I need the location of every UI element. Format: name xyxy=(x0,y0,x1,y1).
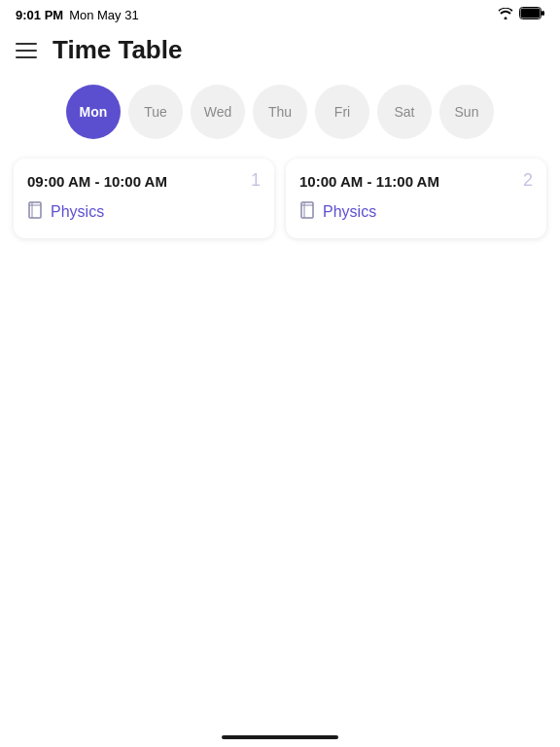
home-indicator xyxy=(222,735,338,739)
card-subject-row-2: Physics xyxy=(299,201,533,223)
header: Time Table xyxy=(0,27,560,73)
day-button-tue[interactable]: Tue xyxy=(128,85,183,139)
book-icon-2 xyxy=(299,201,315,223)
status-date: Mon May 31 xyxy=(69,8,139,22)
schedule-card-2[interactable]: 210:00 AM - 11:00 AM Physics xyxy=(286,159,546,238)
day-button-mon[interactable]: Mon xyxy=(66,85,121,139)
day-button-wed[interactable]: Wed xyxy=(191,85,245,139)
day-button-sun[interactable]: Sun xyxy=(439,85,494,139)
card-number-1: 1 xyxy=(251,170,261,191)
card-time-2: 10:00 AM - 11:00 AM xyxy=(299,172,533,192)
status-time: 9:01 PM xyxy=(16,8,63,22)
menu-line-3 xyxy=(16,56,37,58)
svg-rect-1 xyxy=(521,9,541,18)
card-number-2: 2 xyxy=(523,170,533,191)
day-button-sat[interactable]: Sat xyxy=(377,85,432,139)
svg-rect-3 xyxy=(29,202,41,218)
menu-button[interactable] xyxy=(16,43,37,58)
subject-name-1: Physics xyxy=(51,203,104,221)
battery-icon xyxy=(519,7,544,22)
day-button-fri[interactable]: Fri xyxy=(315,85,369,139)
svg-rect-6 xyxy=(301,202,313,218)
wifi-icon xyxy=(498,8,513,22)
card-subject-row-1: Physics xyxy=(27,201,261,223)
subject-name-2: Physics xyxy=(323,203,376,221)
day-button-thu[interactable]: Thu xyxy=(253,85,307,139)
page-title: Time Table xyxy=(52,35,182,65)
card-time-1: 09:00 AM - 10:00 AM xyxy=(27,172,261,192)
day-selector: MonTueWedThuFriSatSun xyxy=(0,73,560,159)
schedule-card-1[interactable]: 109:00 AM - 10:00 AM Physics xyxy=(14,159,274,238)
book-icon-1 xyxy=(27,201,43,223)
menu-line-1 xyxy=(16,43,37,45)
status-bar: 9:01 PM Mon May 31 xyxy=(0,0,560,27)
schedule-grid: 109:00 AM - 10:00 AM Physics210:00 AM - … xyxy=(0,159,560,238)
status-right xyxy=(498,7,544,22)
svg-rect-2 xyxy=(542,11,544,16)
menu-line-2 xyxy=(16,50,37,52)
